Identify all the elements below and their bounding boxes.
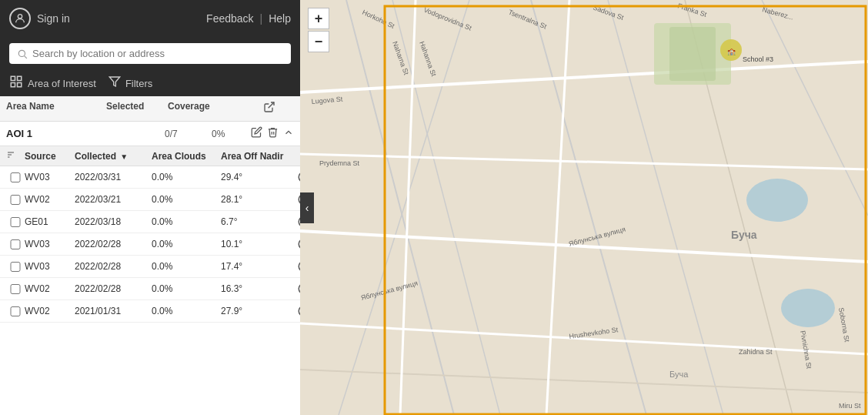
row-checkbox[interactable] [6,306,25,316]
col-export-icon[interactable] [237,101,275,116]
row-checkbox[interactable] [6,172,25,182]
svg-text:Zahidna St: Zahidna St [739,348,773,356]
row-clouds: 0.0% [152,261,221,272]
aoi-button[interactable]: Area of Interest [9,75,96,92]
row-collected: 2022/03/18 [75,216,152,227]
add-button[interactable] [290,237,300,251]
sign-in-area[interactable]: Sign in [9,8,70,29]
divider: | [260,12,263,25]
svg-point-1 [18,50,25,56]
table-row: WV02 2021/01/31 0.0% 27.9° [0,300,300,323]
header-right: Feedback | Help [206,12,291,25]
row-nadir: 16.3° [221,283,290,294]
row-collected: 2022/03/21 [75,194,152,205]
col-coverage: Coverage [168,101,237,116]
svg-rect-4 [18,76,22,80]
add-button[interactable] [290,192,300,206]
svg-rect-5 [11,83,15,87]
search-bar [0,37,300,70]
svg-text:Miru St: Miru St [839,402,861,410]
filters-button[interactable]: Filters [108,75,152,91]
zoom-in-button[interactable]: + [308,8,329,29]
svg-text:Буча: Буча [731,229,757,241]
filters-icon [108,75,121,91]
svg-line-8 [269,102,274,108]
feedback-link[interactable]: Feedback [206,12,253,25]
edit-icon[interactable] [251,126,262,141]
row-clouds: 0.0% [152,216,221,227]
row-clouds: 0.0% [152,306,221,316]
map-svg: 🏫 School #3 Horkoho St Vodoprovidna St T… [300,0,868,415]
svg-point-0 [18,15,22,18]
add-button[interactable] [290,282,300,296]
row-source: GE01 [25,216,75,227]
row-source: WV03 [25,239,75,249]
collapse-panel-button[interactable]: ‹ [300,192,314,223]
row-checkbox[interactable] [6,284,25,294]
map-controls: + − [308,8,329,52]
aoi-actions [251,126,294,141]
search-icon [17,49,28,59]
row-collected: 2022/02/28 [75,239,152,249]
search-input[interactable] [32,48,283,59]
aoi-selected: 0/7 [165,129,207,139]
svg-text:Буча: Буча [669,370,689,379]
add-button[interactable] [290,215,300,229]
row-nadir: 29.4° [221,172,290,182]
table-row: GE01 2022/03/18 0.0% 6.7° [0,211,300,233]
aoi-label: Area of Interest [28,78,96,89]
left-panel: Sign in Feedback | Help Area of Interest [0,0,300,415]
row-checkbox[interactable] [6,195,25,205]
row-clouds: 0.0% [152,194,221,205]
table-row: WV02 2022/02/28 0.0% 16.3° [0,278,300,300]
row-checkbox[interactable] [6,239,25,249]
toolbar: Area of Interest Filters [0,70,300,96]
row-collected: 2022/03/31 [75,172,152,182]
row-checkbox[interactable] [6,262,25,272]
help-link[interactable]: Help [269,12,291,25]
user-icon [9,8,31,29]
row-source: WV03 [25,172,75,182]
svg-marker-7 [109,77,119,86]
row-nadir: 27.9° [221,306,290,316]
row-source: WV02 [25,283,75,294]
row-clouds: 0.0% [152,172,221,182]
row-source: WV03 [25,261,75,272]
header-bar: Sign in Feedback | Help [0,0,300,37]
delete-icon[interactable] [267,126,279,141]
collapse-row-icon[interactable] [283,127,294,141]
sort-down-icon: ▼ [120,152,128,161]
sign-in-button[interactable]: Sign in [37,12,70,25]
row-clouds: 0.0% [152,283,221,294]
row-checkbox[interactable] [6,217,25,227]
svg-rect-49 [669,27,716,81]
map-area: + − ‹ [300,0,868,415]
col-collected[interactable]: Collected ▼ [75,151,152,162]
sort-icon[interactable] [6,150,25,162]
table-row: WV03 2022/02/28 0.0% 17.4° [0,256,300,278]
rows-container: WV03 2022/03/31 0.0% 29.4° WV02 2022/03/… [0,166,300,323]
row-source: WV02 [25,194,75,205]
row-nadir: 6.7° [221,216,290,227]
row-nadir: 10.1° [221,239,290,249]
row-nadir: 17.4° [221,261,290,272]
column-headers: Area Name Selected Coverage [0,96,300,122]
zoom-out-button[interactable]: − [308,31,329,52]
aoi-row: AOI 1 0/7 0% [0,122,300,146]
col-source: Source [25,151,75,162]
svg-point-50 [746,179,808,222]
svg-point-51 [781,289,835,327]
search-input-wrap [9,43,291,64]
row-collected: 2021/01/31 [75,306,152,316]
aoi-coverage: 0% [212,129,246,139]
add-button[interactable] [290,170,300,184]
filters-label: Filters [125,78,152,89]
add-button[interactable] [290,304,300,318]
add-button[interactable] [290,259,300,273]
row-collected: 2022/02/28 [75,261,152,272]
col-area-name: Area Name [6,101,106,116]
svg-rect-3 [11,76,15,80]
svg-text:🏫: 🏫 [727,47,736,56]
svg-text:School #3: School #3 [743,55,773,63]
col-selected: Selected [106,101,168,116]
